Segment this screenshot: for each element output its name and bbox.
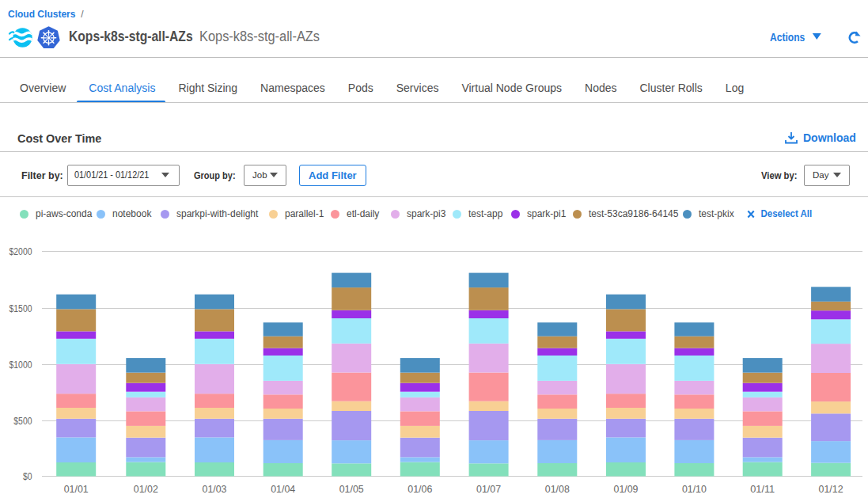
svg-text:$500: $500 (13, 416, 32, 427)
svg-text:$0: $0 (23, 471, 32, 482)
svg-text:01/02: 01/02 (134, 484, 158, 495)
svg-text:01/12: 01/12 (819, 484, 843, 495)
svg-text:01/03: 01/03 (203, 484, 227, 495)
svg-text:01/05: 01/05 (339, 484, 364, 495)
svg-text:01/01: 01/01 (64, 484, 89, 495)
svg-text:01/10: 01/10 (682, 484, 707, 495)
svg-text:01/07: 01/07 (476, 484, 501, 495)
svg-text:01/11: 01/11 (750, 484, 775, 495)
svg-text:$1000: $1000 (9, 359, 32, 371)
svg-text:$2000: $2000 (9, 246, 32, 257)
svg-text:01/06: 01/06 (407, 484, 432, 495)
svg-text:01/08: 01/08 (545, 484, 570, 495)
svg-text:01/09: 01/09 (614, 484, 639, 495)
svg-text:01/04: 01/04 (271, 484, 295, 495)
svg-text:$1500: $1500 (9, 303, 32, 314)
